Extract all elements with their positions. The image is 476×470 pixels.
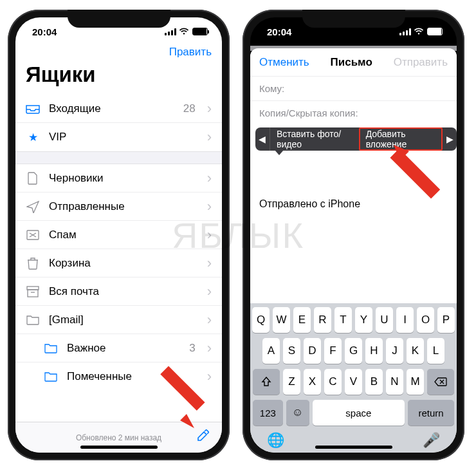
battery-icon [192,28,208,35]
signature-text: Отправлено с iPhone [259,198,360,209]
key-h[interactable]: H [365,338,383,364]
cc-field[interactable]: Копия/Скрытая копия: [250,101,457,125]
key-o[interactable]: O [417,307,434,333]
mailbox-spam[interactable]: Спам › [15,221,222,249]
mailbox-sent[interactable]: Отправленные › [15,193,222,221]
cancel-button[interactable]: Отменить [259,56,309,69]
key-e[interactable]: E [293,307,311,333]
battery-icon [427,28,443,35]
menu-prev-button[interactable]: ◀ [255,134,270,144]
key-p[interactable]: P [437,307,455,333]
key-b[interactable]: B [365,369,383,395]
folder-icon [26,315,40,325]
mic-icon[interactable]: 🎤 [423,432,440,449]
mailbox-label: Помеченные [67,370,196,383]
notch [68,10,170,28]
key-s[interactable]: S [283,338,300,364]
chevron-right-icon: › [207,227,212,243]
key-m[interactable]: M [407,369,424,395]
mailbox-label: Корзина [49,257,196,270]
key-i[interactable]: I [396,307,414,333]
mailbox-count: 28 [183,102,196,115]
mailbox-label: Вся почта [49,285,196,298]
mailbox-label: VIP [49,131,196,144]
send-button[interactable]: Отправить [394,56,448,69]
context-menu: ◀ Вставить фото/видео Добавить вложение … [255,127,457,151]
mailbox-drafts[interactable]: Черновики › [15,164,222,193]
home-indicator [80,446,158,449]
mailbox-allmail[interactable]: Вся почта › [15,277,222,306]
phone-left: 20:04 Править Ящики Входящие 28 › ★ [8,10,230,460]
key-d[interactable]: D [304,338,321,364]
star-icon: ★ [26,131,40,144]
key-r[interactable]: R [314,307,331,333]
edit-button[interactable]: Править [169,46,212,59]
mailbox-label: Важное [67,342,180,355]
chevron-right-icon: › [207,255,212,272]
status-time: 20:04 [32,26,57,37]
key-t[interactable]: T [334,307,352,333]
key-l[interactable]: L [427,338,444,364]
signal-icon [165,28,176,35]
globe-icon[interactable]: 🌐 [267,432,284,449]
compose-navbar: Отменить Письмо Отправить [250,48,457,77]
notch [302,10,405,28]
chevron-right-icon: › [207,198,212,215]
mailbox-trash[interactable]: Корзина › [15,249,222,277]
key-g[interactable]: G [345,338,362,364]
inbox-icon [26,104,40,114]
mailbox-label: Входящие [49,102,174,115]
to-field[interactable]: Кому: [250,77,457,101]
key-v[interactable]: V [345,369,362,395]
chevron-right-icon: › [207,100,212,117]
mailbox-important[interactable]: Важное 3 › [15,334,222,362]
compose-button[interactable] [196,428,210,445]
key-y[interactable]: Y [355,307,372,333]
shift-key[interactable] [253,369,280,395]
key-q[interactable]: Q [252,307,270,333]
key-f[interactable]: F [324,338,342,364]
archive-icon [26,286,40,297]
paperplane-icon [26,200,40,213]
message-body[interactable]: Отправлено с iPhone [250,153,457,210]
key-k[interactable]: K [407,338,424,364]
key-w[interactable]: W [273,307,290,333]
svg-rect-2 [28,290,38,297]
key-z[interactable]: Z [283,369,300,395]
key-j[interactable]: J [386,338,403,364]
mailbox-label: Спам [49,229,196,241]
space-key[interactable]: space [313,400,405,426]
document-icon [26,172,40,185]
key-u[interactable]: U [376,307,393,333]
menu-next-button[interactable]: ▶ [443,134,457,144]
mailbox-vip[interactable]: ★ VIP › [15,123,222,151]
mailbox-count: 3 [189,342,195,355]
folder-icon [44,343,58,353]
mailbox-label: Черновики [49,172,196,185]
trash-icon [26,257,40,270]
backspace-key[interactable] [427,369,454,395]
chevron-right-icon: › [207,129,212,146]
menu-add-attachment[interactable]: Добавить вложение [359,127,443,151]
chevron-right-icon: › [207,312,212,328]
key-x[interactable]: X [304,369,321,395]
return-key[interactable]: return [408,400,454,426]
page-title: Ящики [15,61,222,95]
numbers-key[interactable]: 123 [253,400,283,426]
folder-icon [44,371,58,382]
mailbox-starred[interactable]: Помеченные › [15,362,222,391]
key-c[interactable]: C [324,369,342,395]
svg-rect-1 [27,287,39,290]
wifi-icon [179,26,189,37]
home-indicator [315,446,392,449]
emoji-key[interactable]: ☺ [286,400,309,426]
wifi-icon [414,26,424,37]
key-n[interactable]: N [386,369,403,395]
key-a[interactable]: A [262,338,280,364]
mailbox-gmail[interactable]: [Gmail] › [15,306,222,334]
chevron-right-icon: › [207,340,212,357]
spam-icon [26,230,40,240]
menu-insert-media[interactable]: Вставить фото/видео [270,127,359,151]
phone-right: 20:04 Отменить Письмо Отправить Кому: Ко… [243,10,464,460]
mailbox-inbox[interactable]: Входящие 28 › [15,95,222,123]
